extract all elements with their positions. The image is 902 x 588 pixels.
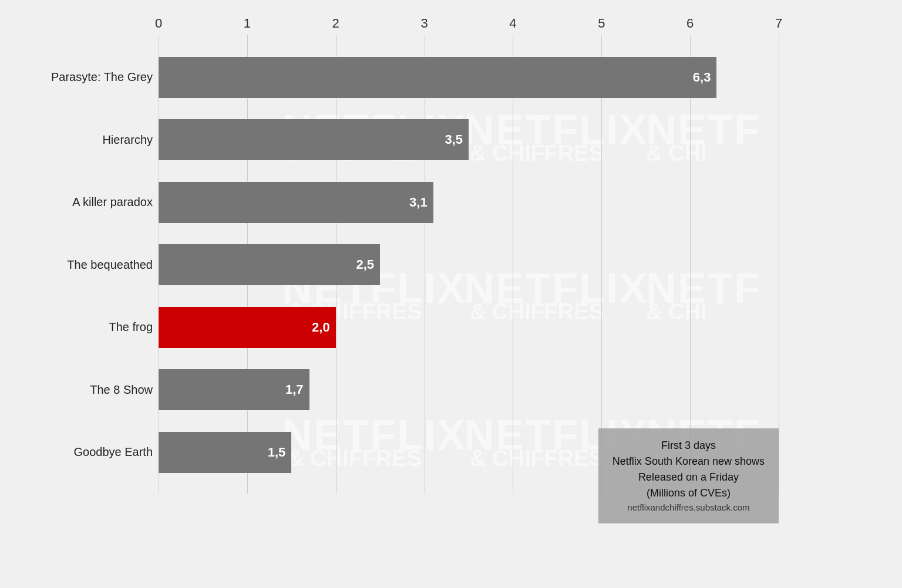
bar-row: Parasyte: The Grey6,3: [159, 57, 779, 98]
legend-line4: (Millions of CVEs): [612, 485, 765, 501]
bar-value: 2,5: [356, 257, 381, 272]
bars-area: Parasyte: The Grey6,3Hierarchy3,5A kille…: [159, 35, 779, 494]
x-tick-7: 7: [775, 16, 782, 31]
bar-label: Hierarchy: [0, 133, 153, 147]
bar-value: 2,0: [312, 320, 336, 335]
bar: 1,5: [159, 432, 291, 473]
bar-value: 1,5: [268, 445, 292, 460]
legend-box: First 3 days Netflix South Korean new sh…: [598, 428, 779, 524]
bar-row: The frog2,0: [159, 307, 779, 348]
x-tick-5: 5: [598, 16, 605, 31]
x-tick-1: 1: [244, 16, 251, 31]
x-tick-4: 4: [509, 16, 516, 31]
x-axis-labels: 01234567: [159, 12, 779, 35]
bar: 6,3: [159, 57, 716, 98]
bar-label: The frog: [0, 320, 153, 334]
bar-value: 3,5: [445, 132, 469, 147]
bar: 1,7: [159, 369, 309, 410]
legend-source: netflixandchiffres.substack.com: [612, 501, 765, 515]
bar-row: A killer paradox3,1: [159, 182, 779, 223]
bar-value: 6,3: [693, 70, 717, 85]
x-tick-6: 6: [686, 16, 694, 31]
legend-line2: Netflix South Korean new shows: [612, 454, 765, 469]
bar-value: 3,1: [409, 195, 433, 210]
bar: 3,5: [159, 119, 469, 160]
legend-line1: First 3 days: [612, 438, 765, 454]
bar: 2,5: [159, 244, 380, 285]
bar: 3,1: [159, 182, 433, 223]
x-tick-0: 0: [155, 16, 162, 31]
bar-label: A killer paradox: [0, 195, 153, 209]
x-tick-2: 2: [332, 16, 339, 31]
bar: 2,0: [159, 307, 336, 348]
bar-label: The bequeathed: [0, 258, 153, 272]
bar-label: Goodbye Earth: [0, 445, 153, 459]
x-tick-3: 3: [420, 16, 428, 31]
chart-container: NETFLIX & CHIFFRES NETFLIX & CHIFFRES NE…: [0, 0, 802, 529]
axis-area: 01234567 Parasyte: The Grey6,3Hierarchy3…: [159, 12, 779, 494]
bar-value: 1,7: [285, 382, 309, 397]
bar-row: The bequeathed2,5: [159, 244, 779, 285]
bar-label: Parasyte: The Grey: [0, 70, 153, 84]
bar-row: Hierarchy3,5: [159, 119, 779, 160]
grid-line-7: [779, 35, 779, 494]
bar-row: The 8 Show1,7: [159, 369, 779, 410]
legend-line3: Released on a Friday: [612, 469, 765, 485]
bar-label: The 8 Show: [0, 383, 153, 397]
